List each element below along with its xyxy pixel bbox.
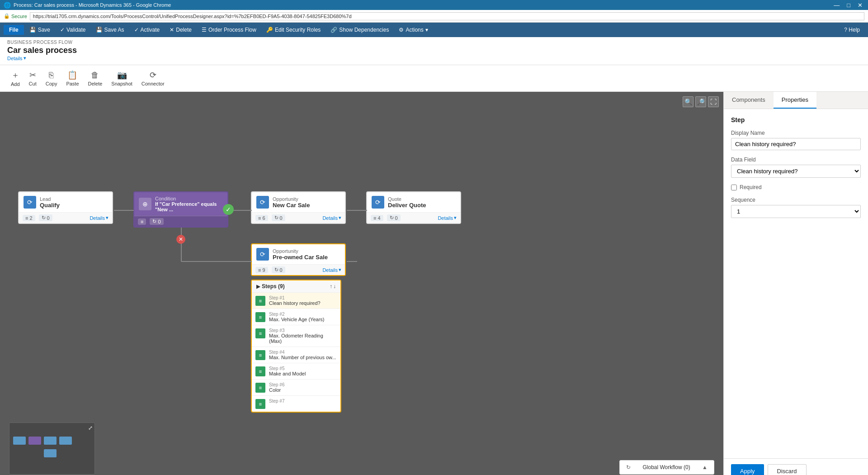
title-bar-controls[interactable]: — □ ✕	[832, 2, 864, 9]
step-3-item[interactable]: ≡ Step #3 Max. Odometer Reading (Max)	[252, 325, 340, 347]
mini-map-expand-button[interactable]: ⤢	[88, 425, 93, 431]
opportunity-new-node[interactable]: ⟳ Opportunity New Car Sale ≡ 6 ↻ 0 Detai…	[251, 191, 346, 224]
toolbar: ＋ Add ✂ Cut ⎘ Copy 📋 Paste 🗑 Delete 📷 Sn…	[0, 65, 868, 92]
lead-text: Lead Qualify	[40, 196, 60, 209]
apply-button[interactable]: Apply	[731, 464, 764, 475]
close-btn[interactable]: ✕	[856, 2, 864, 9]
mini-map[interactable]: ⤢	[9, 423, 95, 475]
opp-pre-chevron: ▾	[339, 267, 341, 273]
delete-button[interactable]: ✕ Delete	[165, 25, 196, 35]
delete-toolbar-button[interactable]: 🗑 Delete	[85, 69, 106, 88]
quote-steps-badge: ≡ 4	[371, 215, 383, 221]
opp-new-details-button[interactable]: Details ▾	[322, 215, 341, 221]
help-button[interactable]: ? Help	[840, 25, 864, 35]
add-icon: ＋	[11, 70, 19, 81]
lead-qualify-header: ⟳ Lead Qualify	[19, 192, 112, 212]
validate-icon: ✓	[60, 27, 65, 33]
show-dependencies-button[interactable]: 🔗 Show Dependencies	[326, 25, 393, 35]
condition-flows-badge: ↻ 0	[150, 218, 163, 225]
save-icon: 💾	[29, 27, 36, 33]
global-workflow[interactable]: ↻ Global Workflow (0) ▲	[619, 460, 714, 475]
required-checkbox[interactable]	[731, 185, 737, 190]
delete-icon: ✕	[170, 27, 174, 33]
opp-new-icon: ⟳	[256, 196, 269, 209]
discard-button[interactable]: Discard	[768, 464, 807, 475]
lock-icon: 🔒	[4, 13, 10, 19]
flows-icon: ↻	[42, 215, 46, 221]
step-7-item[interactable]: ≡ Step #7	[252, 396, 340, 412]
snapshot-icon: 📷	[117, 70, 127, 80]
validate-button[interactable]: ✓ Validate	[56, 25, 90, 35]
step-sort-up-button[interactable]: ↑	[330, 283, 332, 290]
address-input[interactable]	[30, 12, 864, 20]
sequence-select[interactable]: 1 2 3	[731, 205, 861, 218]
lead-qualify-node[interactable]: ⟳ Lead Qualify ≡ 2 ↻ 0 Details ▾	[18, 191, 113, 224]
paste-button[interactable]: 📋 Paste	[62, 68, 82, 88]
cut-button[interactable]: ✂ Cut	[25, 68, 40, 88]
step-sort-down-button[interactable]: ↓	[333, 283, 336, 290]
save-as-button[interactable]: 💾 Save As	[91, 25, 129, 35]
save-button[interactable]: 💾 Save	[25, 25, 55, 35]
quote-text: Quote Deliver Quote	[388, 196, 426, 209]
opp-pre-details-button[interactable]: Details ▾	[322, 267, 341, 273]
order-icon: ☰	[202, 27, 207, 33]
add-button[interactable]: ＋ Add	[7, 68, 24, 89]
sequence-label: Sequence	[731, 197, 861, 203]
step-7-icon: ≡	[255, 399, 265, 409]
step-4-item[interactable]: ≡ Step #4 Max. Number of previous ow...	[252, 347, 340, 363]
canvas-area[interactable]: 🔍 🔎 ⛶ ⟳ Lead Qualify ≡ 2	[0, 92, 723, 475]
minimize-btn[interactable]: —	[832, 2, 841, 9]
global-workflow-chevron-icon: ▲	[702, 464, 708, 470]
step-3-text: Step #3 Max. Odometer Reading (Max)	[269, 328, 337, 344]
activate-button[interactable]: ✓ Activate	[130, 25, 165, 35]
condition-x-icon: ✕	[176, 235, 185, 244]
step-1-text: Step #1 Clean history required?	[269, 295, 321, 306]
file-button[interactable]: File	[4, 25, 24, 35]
mini-node-lead	[13, 437, 26, 445]
cond-flows-icon: ↻	[152, 218, 156, 224]
cond-steps-icon: ≡	[141, 219, 143, 224]
zoom-out-button[interactable]: 🔍	[683, 96, 693, 107]
step-2-item[interactable]: ≡ Step #2 Max. Vehicle Age (Years)	[252, 309, 340, 325]
address-bar: 🔒 Secure	[0, 10, 868, 23]
display-name-input[interactable]	[731, 138, 861, 150]
fit-button[interactable]: ⛶	[708, 96, 719, 107]
step-4-icon: ≡	[255, 350, 265, 360]
details-chevron-icon: ▾	[24, 55, 26, 61]
steps-label: ▶ Steps (9)	[256, 283, 285, 290]
tab-properties[interactable]: Properties	[774, 92, 816, 109]
condition-node[interactable]: ⊕ Condition If "Car Preference" equals "…	[133, 191, 228, 228]
order-process-flow-button[interactable]: ☰ Order Process Flow	[197, 25, 261, 35]
quote-node[interactable]: ⟳ Quote Deliver Quote ≡ 4 ↻ 0 Details ▾	[366, 191, 461, 224]
quote-details-button[interactable]: Details ▾	[438, 215, 457, 221]
actions-button[interactable]: ⚙ Actions ▾	[394, 25, 432, 35]
mini-node-opp-new	[44, 437, 57, 445]
copy-button[interactable]: ⎘ Copy	[42, 69, 61, 88]
command-bar: File 💾 Save ✓ Validate 💾 Save As ✓ Activ…	[0, 23, 868, 37]
step-1-item[interactable]: ≡ Step #1 Clean history required?	[252, 293, 340, 309]
mini-node-quote	[59, 437, 72, 445]
deps-icon: 🔗	[330, 27, 337, 33]
edit-security-roles-button[interactable]: 🔑 Edit Security Roles	[262, 25, 325, 35]
opportunity-preowned-node[interactable]: ⟳ Opportunity Pre-owned Car Sale ≡ 9 ↻ 0…	[251, 243, 346, 276]
tab-components[interactable]: Components	[724, 92, 774, 109]
zoom-in-button[interactable]: 🔎	[695, 96, 706, 107]
details-link[interactable]: Details ▾	[7, 55, 861, 61]
connector-button[interactable]: ⟳ Connector	[138, 68, 168, 88]
data-field-select[interactable]: Clean history required?	[731, 165, 861, 178]
steps-sort-controls[interactable]: ↑ ↓	[330, 283, 336, 290]
delete-toolbar-icon: 🗑	[91, 71, 99, 80]
step-1-icon: ≡	[255, 296, 265, 306]
step-6-item[interactable]: ≡ Step #6 Color	[252, 380, 340, 396]
opp-new-text: Opportunity New Car Sale	[273, 196, 310, 209]
lead-footer: ≡ 2 ↻ 0 Details ▾	[19, 212, 112, 223]
step-5-item[interactable]: ≡ Step #5 Make and Model	[252, 363, 340, 380]
opp-pre-icon: ⟳	[256, 248, 269, 261]
flows4-icon: ↻	[274, 267, 278, 273]
lead-details-button[interactable]: Details ▾	[90, 215, 108, 221]
page-title: Car sales process	[7, 46, 861, 55]
secure-badge: 🔒 Secure	[4, 13, 27, 19]
maximize-btn[interactable]: □	[845, 2, 852, 9]
quote-chevron: ▾	[454, 215, 457, 221]
snapshot-button[interactable]: 📷 Snapshot	[108, 68, 136, 88]
